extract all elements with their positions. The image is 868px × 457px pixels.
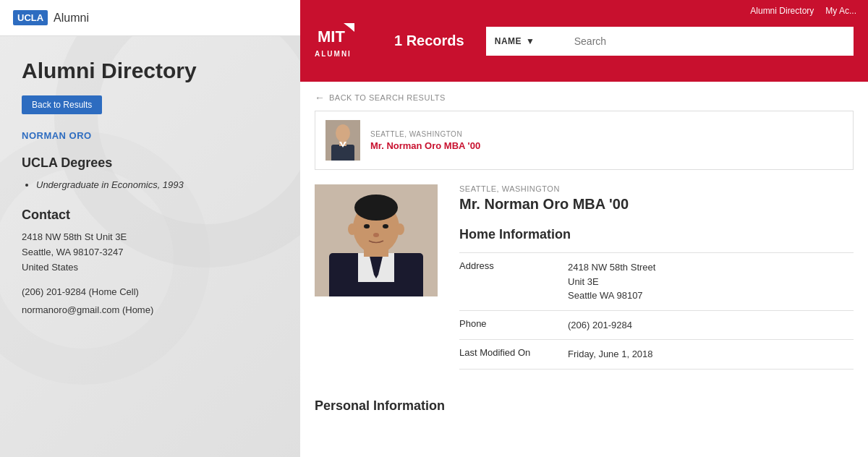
- alumni-label: Alumni: [54, 12, 89, 25]
- left-panel: UCLA Alumni Alumni Directory Back to Res…: [0, 0, 300, 457]
- alumni-directory-link[interactable]: Alumni Directory: [750, 6, 814, 16]
- degree-list: Undergraduate in Economics, 1993: [22, 179, 278, 190]
- person-thumbnail-icon: [326, 120, 360, 161]
- address-line-2: Seattle, WA 98107-3247: [22, 245, 278, 260]
- address-line-1: 2418 NW 58th St Unit 3E: [22, 230, 278, 245]
- last-modified-value: Friday, June 1, 2018: [568, 347, 653, 362]
- contact-title: Contact: [22, 208, 278, 223]
- my-account-link[interactable]: My Ac...: [825, 6, 856, 16]
- dropdown-label: NAME: [495, 36, 522, 46]
- profile-detail: SEATTLE, WASHINGTON Mr. Norman Oro MBA '…: [300, 177, 868, 384]
- personal-info-title: Personal Information: [300, 391, 868, 414]
- back-to-results-button[interactable]: Back to Results: [22, 95, 102, 114]
- phone-value: (206) 201-9284: [568, 318, 632, 333]
- back-to-search-link[interactable]: BACK TO SEARCH RESULTS: [329, 93, 446, 102]
- svg-point-20: [383, 224, 388, 228]
- svg-point-19: [364, 224, 370, 228]
- svg-point-18: [396, 223, 404, 235]
- contact-email: normanoro@gmail.com (Home): [22, 304, 278, 315]
- address-row: Address 2418 NW 58th Street Unit 3E Seat…: [459, 253, 854, 311]
- ucla-header: UCLA Alumni: [0, 0, 300, 36]
- last-modified-label: Last Modified On: [459, 347, 568, 362]
- degrees-title: UCLA Degrees: [22, 155, 278, 171]
- profile-photo-large: [315, 184, 438, 296]
- address-label: Address: [459, 260, 568, 303]
- home-info-title: Home Information: [459, 227, 854, 242]
- left-content: Alumni Directory Back to Results NORMAN …: [0, 36, 300, 330]
- results-list: SEATTLE, WASHINGTON Mr. Norman Oro MBA '…: [315, 111, 854, 170]
- back-link-row: ← BACK TO SEARCH RESULTS: [300, 82, 868, 111]
- profile-location: SEATTLE, WASHINGTON: [459, 184, 854, 193]
- result-info: SEATTLE, WASHINGTON Mr. Norman Oro MBA '…: [370, 130, 480, 151]
- search-dropdown[interactable]: NAME ▼: [486, 27, 566, 56]
- result-location: SEATTLE, WASHINGTON: [370, 130, 480, 138]
- chevron-down-icon: ▼: [526, 36, 535, 46]
- last-modified-row: Last Modified On Friday, June 1, 2018: [459, 340, 854, 370]
- back-arrow-icon: ←: [315, 92, 325, 103]
- home-info-table: Address 2418 NW 58th Street Unit 3E Seat…: [459, 252, 854, 370]
- address-line-3: United States: [22, 260, 278, 276]
- svg-point-5: [336, 124, 350, 142]
- records-count: 1 Records: [394, 33, 464, 49]
- mit-topbar: Alumni Directory My Ac... MIT ALUMNI 1 R…: [300, 0, 868, 82]
- mit-logo-area: MIT ALUMNI: [315, 23, 373, 59]
- mit-nav-links: Alumni Directory My Ac...: [727, 0, 868, 22]
- ucla-logo: UCLA: [13, 10, 48, 25]
- page-title: Alumni Directory: [22, 58, 278, 84]
- address-value: 2418 NW 58th Street Unit 3E Seattle WA 9…: [568, 260, 655, 303]
- profile-name: Mr. Norman Oro MBA '00: [459, 196, 854, 213]
- mit-logo-icon: MIT ALUMNI: [315, 23, 373, 59]
- phone-label: Phone: [459, 318, 568, 333]
- degree-item: Undergraduate in Economics, 1993: [36, 179, 278, 190]
- person-name: NORMAN ORO: [22, 130, 278, 141]
- contact-section: Contact 2418 NW 58th St Unit 3E Seattle,…: [22, 208, 278, 315]
- svg-point-17: [348, 223, 357, 235]
- svg-point-16: [354, 195, 398, 221]
- search-input[interactable]: [566, 27, 854, 56]
- phone-row: Phone (206) 201-9284: [459, 311, 854, 341]
- profile-photo-icon: [315, 184, 438, 296]
- result-item[interactable]: SEATTLE, WASHINGTON Mr. Norman Oro MBA '…: [315, 111, 853, 169]
- main-content: ← BACK TO SEARCH RESULTS: [300, 82, 868, 457]
- search-area: NAME ▼: [486, 27, 854, 56]
- svg-text:MIT: MIT: [318, 27, 345, 46]
- right-panel: Alumni Directory My Ac... MIT ALUMNI 1 R…: [300, 0, 868, 457]
- svg-text:ALUMNI: ALUMNI: [315, 50, 352, 58]
- contact-phone: (206) 201-9284 (Home Cell): [22, 286, 278, 297]
- result-photo-thumbnail: [326, 120, 360, 161]
- result-name-link[interactable]: Mr. Norman Oro MBA '00: [370, 140, 480, 151]
- svg-point-21: [373, 233, 379, 237]
- profile-info: SEATTLE, WASHINGTON Mr. Norman Oro MBA '…: [459, 184, 854, 370]
